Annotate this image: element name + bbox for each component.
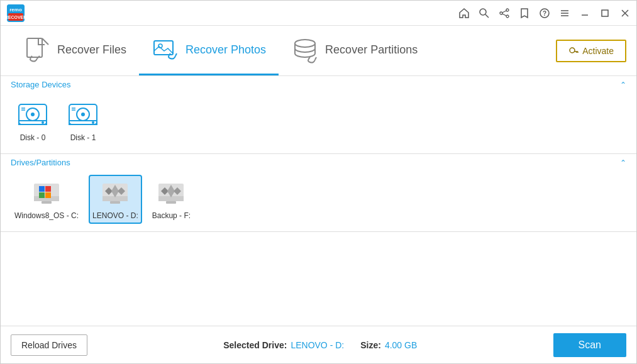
selected-drive-label: Selected Drive: [223,340,287,350]
titlebar: remo RECOVER ? [1,1,636,26]
titlebar-left: remo RECOVER [6,3,26,23]
svg-text:?: ? [543,10,546,17]
partition-backup-f-icon [155,179,187,209]
svg-rect-52 [110,201,120,204]
svg-point-24 [295,40,315,47]
app-logo: remo RECOVER [6,3,26,23]
disk-0-item[interactable]: Disk - 0 [11,97,55,146]
tab-recover-photos[interactable]: Recover Photos [139,26,279,75]
close-button[interactable] [619,7,631,19]
partition-backup-f-item[interactable]: Backup - F: [148,175,194,224]
partition-backup-f-label: Backup - F: [152,211,191,220]
share-icon[interactable] [498,7,511,19]
svg-rect-47 [39,192,45,198]
drives-partitions-section: Drives/Partitions ⌃ Windows8_OS - [1,154,636,232]
svg-point-25 [570,48,575,53]
disk-0-label: Disk - 0 [20,133,46,142]
svg-line-10 [502,11,506,13]
svg-rect-45 [39,186,45,192]
svg-rect-49 [42,201,52,204]
svg-point-8 [506,15,509,18]
storage-devices-section: Storage Devices ⌃ Disk - 0 [1,76,636,154]
storage-devices-chevron[interactable]: ⌃ [620,80,626,89]
tab-recover-partitions-label: Recover Partitions [325,43,418,57]
partition-windows8os-label: Windows8_OS - C: [14,211,79,220]
svg-rect-22 [154,41,173,55]
svg-point-31 [31,113,35,116]
svg-point-9 [500,12,502,14]
svg-point-38 [81,113,85,116]
bottombar: Reload Drives Selected Drive: LENOVO - D… [1,326,636,363]
svg-point-40 [92,121,94,124]
tab-recover-files[interactable]: Recover Files [11,26,139,75]
scan-button[interactable]: Scan [553,333,626,357]
disk-1-icon [67,101,99,131]
titlebar-controls: ? [458,7,631,19]
svg-line-6 [485,14,489,18]
tab-recover-photos-label: Recover Photos [186,43,266,57]
size-label: Size: [360,340,381,350]
storage-devices-items: Disk - 0 Disk - 1 [1,92,636,153]
svg-rect-48 [45,192,51,198]
partition-windows8os-item[interactable]: Windows8_OS - C: [11,175,82,224]
svg-point-33 [42,121,44,124]
home-icon[interactable] [458,7,470,19]
bookmark-icon[interactable] [518,7,531,19]
recover-photos-icon [152,36,179,63]
partition-windows8os-icon [30,179,63,209]
drives-partitions-header: Drives/Partitions ⌃ [1,154,636,170]
menu-icon[interactable] [558,7,571,19]
storage-devices-header: Storage Devices ⌃ [1,76,636,92]
disk-1-item[interactable]: Disk - 1 [61,97,105,146]
recover-partitions-icon [291,36,319,63]
search-icon[interactable] [478,7,490,19]
main-content: Storage Devices ⌃ Disk - 0 [1,76,636,326]
selected-drive-value: LENOVO - D: [291,340,344,350]
scan-button-label: Scan [579,339,601,350]
disk-1-label: Disk - 1 [70,133,96,142]
app-logo-icon: remo RECOVER [6,3,26,23]
svg-point-5 [480,9,486,15]
minimize-button[interactable] [579,7,591,19]
svg-text:remo: remo [9,7,22,13]
drives-partitions-chevron[interactable]: ⌃ [620,158,626,167]
tabbar: Recover Files Recover Photos Recover Par… [1,26,636,76]
tab-recover-files-label: Recover Files [57,43,126,57]
partition-lenovo-d-icon [99,179,131,209]
help-icon[interactable]: ? [538,7,551,19]
svg-text:RECOVER: RECOVER [5,15,27,19]
svg-rect-18 [602,10,608,16]
key-icon [568,46,579,56]
selected-drive-info: Selected Drive: LENOVO - D: Size: 4.00 G… [100,340,541,350]
drives-partitions-items: Windows8_OS - C: LENOVO - D: [1,170,636,231]
activate-button-label: Activate [582,46,614,56]
storage-devices-title: Storage Devices [11,80,70,89]
svg-rect-46 [45,186,51,192]
size-value: 4.00 GB [385,340,417,350]
svg-point-7 [506,9,509,11]
tab-recover-partitions[interactable]: Recover Partitions [279,26,430,75]
svg-line-11 [502,14,506,16]
recover-files-icon [23,36,51,63]
partition-lenovo-d-label: LENOVO - D: [92,211,138,220]
partition-lenovo-d-item[interactable]: LENOVO - D: [89,175,142,224]
reload-drives-button[interactable]: Reload Drives [11,334,87,356]
disk-0-icon [16,101,49,131]
svg-rect-58 [166,201,176,204]
svg-rect-21 [27,38,42,57]
maximize-button[interactable] [599,7,611,19]
activate-button[interactable]: Activate [556,40,626,62]
reload-drives-label: Reload Drives [21,340,77,350]
drives-partitions-title: Drives/Partitions [11,158,70,167]
